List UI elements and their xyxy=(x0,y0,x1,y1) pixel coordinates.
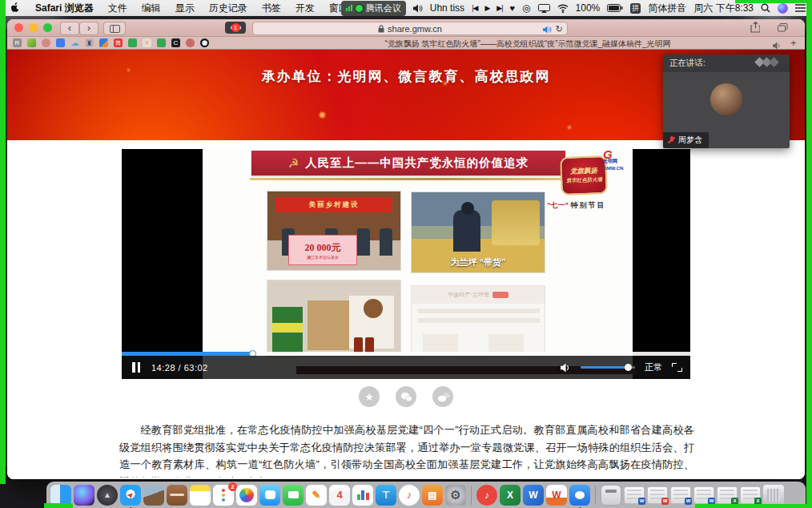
dock-wps-icon[interactable]: W xyxy=(546,485,567,506)
bookmark-favicon-r[interactable]: R xyxy=(13,38,22,47)
bookmark-favicon-emblem[interactable]: ♜ xyxy=(85,38,94,47)
bookmark-favicon-leaf[interactable] xyxy=(27,38,36,47)
menu-item-history[interactable]: 历史记录 xyxy=(209,2,247,15)
spotlight-search-icon[interactable] xyxy=(761,3,770,13)
playback-speed-button[interactable]: 正常 xyxy=(645,361,662,373)
photo-village-ceremony: 美丽乡村建设 20 000元 澜江学术论坛基金 xyxy=(267,191,401,271)
window-minimize-button[interactable] xyxy=(29,23,38,32)
sidebar-button[interactable] xyxy=(103,22,126,35)
input-method-label[interactable]: 简体拼音 xyxy=(648,2,686,15)
dock-books-icon[interactable]: ▤ xyxy=(422,485,443,506)
dock-photos-icon[interactable] xyxy=(236,485,257,506)
speaking-label: 正在讲话: xyxy=(669,58,705,69)
media-next-button[interactable]: ▶| xyxy=(496,4,502,12)
menubar-clock[interactable]: 周六 下午8:33 xyxy=(693,2,754,15)
wechat-share-icon[interactable] xyxy=(396,386,416,407)
notification-center-icon[interactable] xyxy=(795,4,806,12)
forward-button[interactable]: › xyxy=(79,22,98,35)
meeting-overlay-window[interactable]: 正在讲话: 周梦含 xyxy=(663,54,790,148)
tencent-meeting-status-pill[interactable]: 腾讯会议 xyxy=(341,1,406,16)
bookmark-favicon-split[interactable] xyxy=(99,38,108,47)
bookmark-favicon-asterisk[interactable]: ✳ xyxy=(143,38,151,47)
favorite-heart-icon[interactable]: ♥ xyxy=(510,3,516,13)
back-button[interactable]: ‹ xyxy=(60,22,79,35)
minimized-window-2[interactable]: W xyxy=(647,486,668,504)
mic-muted-icon xyxy=(668,136,675,145)
window-close-button[interactable] xyxy=(14,23,23,32)
party-emblem-icon: ☭ xyxy=(288,156,299,171)
video-player[interactable]: ☭ 人民至上——中国共产党永恒的价值追求 党旗飘扬 筑牢红色防火墙 “七一” 特… xyxy=(122,149,690,379)
dock-keynote-icon[interactable]: ⊤ xyxy=(376,485,396,506)
dock-document-icon[interactable] xyxy=(601,485,621,506)
window-zoom-button[interactable] xyxy=(43,23,52,32)
dock-netease-music-icon[interactable]: ♪ xyxy=(476,485,497,506)
photo1-banner-text: 美丽乡村建设 xyxy=(275,197,392,212)
bookmark-favicon-sheets1[interactable] xyxy=(128,38,137,47)
weibo-share-icon[interactable] xyxy=(432,386,453,407)
volume-slider[interactable] xyxy=(581,366,635,369)
dock-calendar-icon[interactable]: 4 xyxy=(329,485,350,506)
reload-button[interactable]: ↻ xyxy=(556,24,563,34)
menu-item-develop[interactable]: 开发 xyxy=(295,2,315,15)
bookmark-favicon-blue-app[interactable] xyxy=(56,38,65,47)
bookmark-favicon-cloud[interactable]: ☁ xyxy=(70,38,79,47)
dock-contacts-icon[interactable] xyxy=(167,485,187,506)
dock-itunes-icon[interactable]: ♪ xyxy=(399,485,420,506)
dock-preview-icon[interactable] xyxy=(143,485,164,506)
bookmark-favicon-jian[interactable]: 简 xyxy=(114,38,123,47)
menu-item-edit[interactable]: 编辑 xyxy=(142,2,161,15)
dock-excel-icon[interactable]: X xyxy=(500,485,521,506)
bookmark-favicon-sheets2[interactable] xyxy=(157,38,166,47)
minimized-window-3[interactable]: W xyxy=(670,486,691,504)
bookmark-favicon-red-circle[interactable] xyxy=(42,38,50,47)
dock-facetime-icon[interactable] xyxy=(283,485,303,506)
minimized-window-1[interactable]: W xyxy=(624,486,645,504)
pause-button[interactable] xyxy=(132,362,140,373)
qzone-share-icon[interactable]: ★ xyxy=(359,386,380,407)
bookmark-favicon-caret[interactable]: C xyxy=(171,38,180,47)
menu-item-file[interactable]: 文件 xyxy=(108,2,127,15)
photo-local-products xyxy=(267,280,401,357)
dock-trash-icon[interactable] xyxy=(763,485,784,506)
dock-launchpad-icon[interactable]: ▲ xyxy=(97,485,118,506)
minimized-window-6[interactable]: X xyxy=(740,486,761,504)
bookmark-favicon-red-circle2[interactable] xyxy=(186,38,195,47)
music-disc-icon[interactable]: ◎ xyxy=(522,2,530,14)
dock: ▲ ➤ 2 ✎ 4 ⊤ ♪ ▤ ⚙ ♪ X W W W W W W X X xyxy=(46,482,806,508)
dock-system-preferences-icon[interactable]: ⚙ xyxy=(445,485,466,506)
airplay-display-icon[interactable] xyxy=(538,4,550,13)
menu-item-bookmarks[interactable]: 书签 xyxy=(262,2,281,15)
apple-menu-icon[interactable] xyxy=(11,2,21,14)
address-bar[interactable]: share.gmw.cn ↻ xyxy=(252,22,568,35)
dock-pages-icon[interactable]: ✎ xyxy=(306,485,327,506)
active-tab-title[interactable]: “党旗飘扬 筑牢红色防火墙”——高校党组织战“疫”示范微党课_融媒体稿件_光明网 xyxy=(344,38,712,50)
dock-messages-icon[interactable] xyxy=(259,485,280,506)
share-button[interactable] xyxy=(746,21,765,34)
dock-word-icon[interactable]: W xyxy=(523,485,544,506)
photo-corn-livestream: 为兰坪 “带货” xyxy=(411,192,545,273)
fullscreen-button[interactable] xyxy=(672,363,682,372)
dock-tencent-meeting-icon[interactable] xyxy=(569,485,590,506)
wifi-icon[interactable] xyxy=(557,4,569,13)
volume-icon[interactable] xyxy=(561,363,571,373)
dock-notes-icon[interactable] xyxy=(190,485,211,506)
tab-overview-button[interactable] xyxy=(773,21,792,34)
media-previous-button[interactable]: |◀ xyxy=(472,4,477,12)
dock-numbers-icon[interactable] xyxy=(352,485,373,506)
menu-app-name[interactable]: Safari 浏览器 xyxy=(35,2,94,15)
siri-icon[interactable] xyxy=(778,3,788,14)
extension-button[interactable]: 1 xyxy=(225,22,246,34)
dock-reminders-icon[interactable]: 2 xyxy=(213,485,234,506)
new-tab-button[interactable]: + xyxy=(790,37,797,49)
minimized-window-4[interactable]: W xyxy=(693,486,714,504)
volume-handle[interactable] xyxy=(625,364,632,371)
dock-safari-icon[interactable]: ➤ xyxy=(120,485,141,506)
input-method-icon[interactable]: 拼 xyxy=(630,3,641,14)
tab-audio-icon[interactable] xyxy=(543,26,552,34)
media-play-button[interactable]: ▶ xyxy=(484,4,489,12)
dock-finder-icon[interactable] xyxy=(50,485,71,506)
menu-item-view[interactable]: 显示 xyxy=(175,2,195,15)
dock-siri-icon[interactable] xyxy=(74,485,94,506)
minimized-window-5[interactable]: X xyxy=(717,486,738,504)
bookmark-favicon-github[interactable]: ⚉ xyxy=(200,38,209,47)
